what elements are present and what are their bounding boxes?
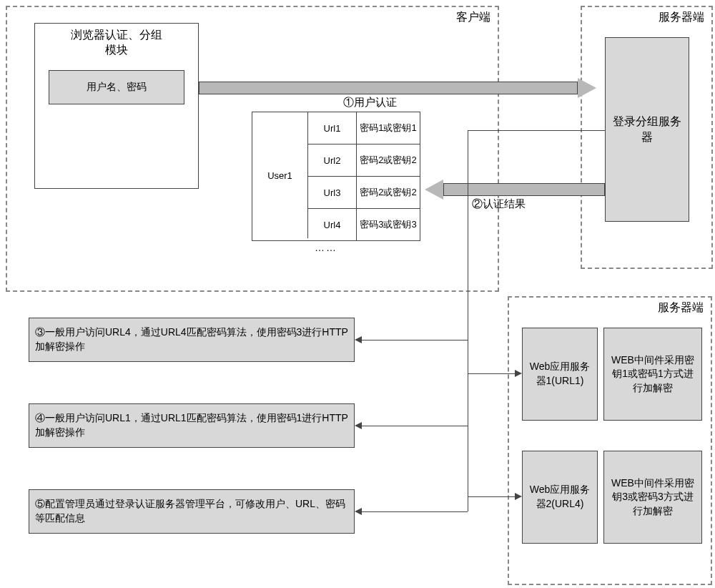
row1-key: 密码2或密钥2 <box>360 154 416 167</box>
arrow1-text: ①用户认证 <box>343 96 397 109</box>
conn-login-h <box>468 130 605 131</box>
conn-note5-h <box>362 511 468 512</box>
row0-url: Url1 <box>324 123 341 134</box>
app2-name: Web应用服务器2(URL4) <box>528 483 591 511</box>
user-name: User1 <box>267 170 292 181</box>
row3-key: 密码3或密钥3 <box>360 218 416 231</box>
user-table: User1 Url1 密码1或密钥1 Url2 密码2或密钥2 Url3 密码2… <box>252 112 420 241</box>
auth-module-box: 浏览器认证、分组 模块 <box>34 23 199 189</box>
note3-box: ③一般用户访问URL4，通过URL4匹配密码算法，使用密码3进行HTTP加解密操… <box>29 318 355 362</box>
server1-label: 服务器端 <box>659 10 704 25</box>
conn-note5-arrow <box>355 508 362 515</box>
auth-module-title1: 浏览器认证、分组 <box>35 28 198 43</box>
note3-text: ③一般用户访问URL4，通过URL4匹配密码算法，使用密码3进行HTTP加解密操… <box>35 325 348 353</box>
login-server-box: 登录分组服务器 <box>605 37 689 222</box>
user-cell: User1 <box>252 112 308 238</box>
conn-app2-arrow <box>515 493 522 500</box>
credentials-box: 用户名、密码 <box>49 70 184 104</box>
conn-note4-arrow <box>355 422 362 429</box>
app1-mw-box: WEB中间件采用密钥1或密码1方式进行加解密 <box>603 328 702 421</box>
server2-label: 服务器端 <box>658 300 704 315</box>
conn-app1-h <box>468 373 515 374</box>
credentials-text: 用户名、密码 <box>87 81 147 94</box>
note5-text: ⑤配置管理员通过登录认证服务器管理平台，可修改用户、URL、密码等匹配信息 <box>35 497 348 525</box>
arrow1-head <box>578 78 596 98</box>
row3-url: Url4 <box>324 220 341 230</box>
client-label: 客户端 <box>456 10 490 25</box>
arrow2-head <box>425 180 443 200</box>
app1-name: Web应用服务器1(URL1) <box>528 360 591 388</box>
arrow2-text: ②认证结果 <box>472 197 526 211</box>
note4-box: ④一般用户访问URL1，通过URL1匹配密码算法，使用密码1进行HTTP加解密操… <box>29 403 355 448</box>
arrow1-shaft <box>199 82 578 94</box>
conn-trunk-v1 <box>468 130 468 511</box>
row1-url: Url2 <box>324 155 341 166</box>
app1-name-box: Web应用服务器1(URL1) <box>522 328 598 421</box>
conn-note3-h <box>362 340 468 340</box>
note4-text: ④一般用户访问URL1，通过URL1匹配密码算法，使用密码1进行HTTP加解密操… <box>35 411 348 439</box>
app2-mw-box: WEB中间件采用密钥3或密码3方式进行加解密 <box>603 451 702 544</box>
login-server-text: 登录分组服务器 <box>611 114 683 146</box>
row2-url: Url3 <box>324 187 341 198</box>
conn-app1-arrow <box>515 370 522 377</box>
conn-note3-arrow <box>355 336 362 343</box>
app1-mw: WEB中间件采用密钥1或密码1方式进行加解密 <box>610 353 696 396</box>
note5-box: ⑤配置管理员通过登录认证服务器管理平台，可修改用户、URL、密码等匹配信息 <box>29 489 355 534</box>
auth-module-title2: 模块 <box>35 43 198 58</box>
conn-app2-h <box>468 496 515 497</box>
conn-note4-h <box>362 426 468 426</box>
app2-name-box: Web应用服务器2(URL4) <box>522 451 598 544</box>
row0-key: 密码1或密钥1 <box>360 122 416 134</box>
row2-key: 密码2或密钥2 <box>360 186 416 199</box>
app2-mw: WEB中间件采用密钥3或密码3方式进行加解密 <box>610 476 696 519</box>
table-more: …… <box>315 242 337 253</box>
